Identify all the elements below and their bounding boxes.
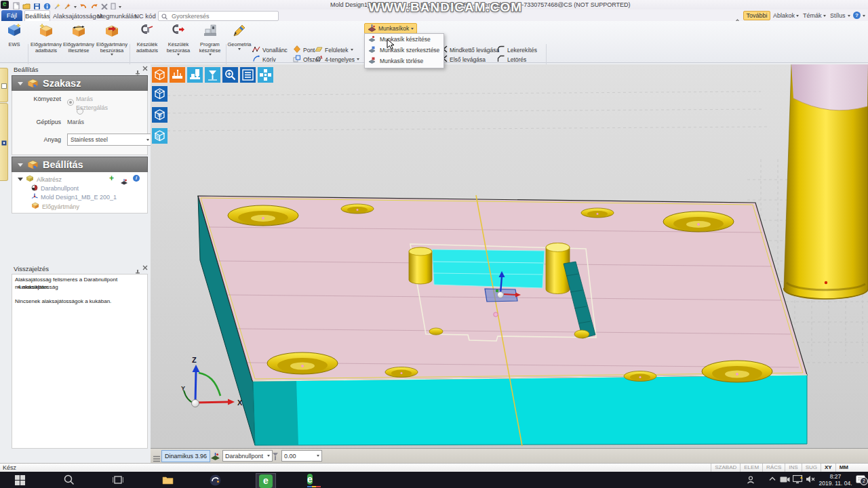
tree-expander-icon[interactable] (18, 178, 23, 181)
tab-beallitas[interactable]: Beállítás (24, 10, 50, 22)
shaded-cube-icon[interactable] (152, 86, 167, 104)
stock-model[interactable] (198, 195, 807, 446)
tray-display-warning-icon[interactable] (793, 475, 803, 484)
hole-feature[interactable] (581, 208, 614, 218)
status-elem[interactable]: ELEM (740, 464, 762, 472)
ribbon-button-keszulek-adatbazis[interactable]: Készülék adatbázis (132, 23, 163, 54)
machine-bed-icon[interactable] (170, 67, 185, 85)
ribbon-button-letores[interactable]: Letörés (497, 55, 526, 64)
status-sug[interactable]: SUG (802, 464, 821, 472)
status-ins[interactable]: INS (785, 464, 801, 472)
more-button[interactable]: További (743, 11, 770, 20)
task-view-icon[interactable] (113, 475, 123, 485)
side-tab-alaksajatossagok[interactable]: Alaksajátosságok (0, 103, 8, 181)
tray-camera-icon[interactable] (780, 476, 790, 483)
cutting-tool-icon[interactable] (205, 67, 220, 85)
iso-cube-icon[interactable] (152, 67, 167, 85)
ribbon-button-keszulek-beszurasa[interactable]: Készülék beszúrása (163, 23, 194, 56)
tab-megmunkalas[interactable]: Megmunkálás (97, 12, 137, 20)
qat-caret2-icon[interactable] (119, 6, 121, 8)
status-racs[interactable]: RÁCS (762, 464, 785, 472)
tab-alaksajatossagok[interactable]: Alaksajátosságok (53, 12, 103, 20)
ribbon-button-mindketto-levagasa[interactable]: Mindkettő levágása (439, 45, 499, 54)
workplane-select[interactable]: Darabnullpont (222, 450, 273, 462)
start-button-icon[interactable] (15, 475, 25, 485)
edgecam-launcher[interactable]: e (307, 473, 321, 487)
ribbon-button-elogyartmany-adatbazis[interactable]: Előgyártmány adatbázis (30, 23, 62, 54)
menu-item-munkasik-torlese[interactable]: Munkasík törlése (365, 56, 443, 66)
tool-cylinder[interactable] (784, 64, 868, 299)
tree-item-mold-design[interactable]: Mold Design1_MB_E 200_1 (31, 193, 117, 201)
hole-feature[interactable] (702, 361, 772, 382)
side-tab-foliak[interactable]: Fóliák (0, 68, 8, 102)
material-select[interactable]: Stainless steel (67, 134, 153, 146)
bandicam-icon[interactable] (210, 474, 221, 486)
ribbon-button-elogyartmany-illesztese[interactable]: Előgyártmány illesztése (62, 23, 95, 54)
themes-menu[interactable]: Témák (803, 12, 822, 19)
ribbon-button-munkasikok[interactable]: Munkasíkok (364, 23, 417, 34)
dynamic-mode-indicator[interactable]: Dinamikus 3.96 (161, 450, 210, 462)
status-szabad[interactable]: SZABAD (711, 464, 740, 472)
close-panel-icon[interactable] (142, 66, 148, 73)
beallitas-section-header[interactable]: Beállítás (12, 157, 148, 174)
milling-machine-icon[interactable] (187, 67, 203, 85)
hole-feature[interactable] (267, 352, 338, 374)
tab-nc-kod[interactable]: NC kód (134, 12, 156, 20)
info-circle-icon[interactable]: i (133, 175, 140, 182)
ribbon-button-lekerekites[interactable]: Lekerekítés (497, 45, 537, 54)
action-center-icon[interactable]: 2 (856, 474, 865, 483)
wire-cube-icon[interactable] (152, 107, 167, 125)
tray-speaker-muted-icon[interactable] (806, 475, 815, 483)
status-xy[interactable]: XY (821, 464, 835, 472)
ribbon-button-geometria[interactable]: Geometria (228, 23, 251, 50)
search-box[interactable] (158, 11, 279, 21)
pocket-slot[interactable] (432, 249, 545, 288)
zoom-plus-icon[interactable] (222, 67, 238, 85)
hole-feature[interactable] (385, 367, 418, 378)
menu-item-munkasik-szerkesztese[interactable]: Munkasík szerkesztése (365, 45, 443, 56)
hole-feature[interactable] (663, 211, 734, 232)
edgecam-taskbar-active[interactable]: e (256, 473, 276, 488)
color-strip (307, 486, 312, 487)
style-menu[interactable]: Stílus (830, 12, 846, 19)
tab-file[interactable]: Fájl (1, 10, 22, 21)
tree-item-alkatresz[interactable]: Alkatrész (18, 175, 62, 184)
close-panel-icon[interactable] (142, 265, 148, 272)
model-front-face[interactable] (253, 375, 807, 445)
ribbon-button-koriv[interactable]: Körív (252, 55, 276, 64)
plus-pad-icon[interactable] (258, 67, 273, 85)
tree-item-elogyartmany[interactable]: Előgyártmány (31, 202, 79, 211)
ribbon-button-elso-levagasa[interactable]: Első levágása (439, 55, 486, 64)
status-mm[interactable]: MM (835, 464, 852, 472)
taskbar-search-icon[interactable] (64, 474, 75, 485)
windows-menu[interactable]: Ablakok (773, 12, 795, 19)
tray-people-icon[interactable] (746, 475, 755, 485)
search-input[interactable] (170, 12, 275, 20)
workplane-mini-icon (210, 451, 220, 464)
ribbon-button-vonallanc[interactable]: Vonallánc (252, 45, 288, 54)
feature-list-icon[interactable] (240, 67, 256, 85)
ribbon-button-elogyartmany-beszurasa[interactable]: Előgyártmány beszúrása (95, 23, 129, 56)
ribbon-button-4-tengelyes[interactable]: 4-tengelyes (315, 55, 359, 64)
qat-caret-icon[interactable] (74, 6, 77, 8)
ribbon-button-feluletek[interactable]: Felületek (315, 45, 353, 54)
szakasz-section-header[interactable]: Szakasz (12, 75, 148, 92)
menu-item-munkasik-keszitese[interactable]: Munkasík készítése (365, 34, 443, 45)
taskbar-clock[interactable]: 8:27 2019. 11. 04. (816, 473, 854, 487)
tree-item-darabnullpont[interactable]: Darabnullpont (31, 184, 79, 192)
add-icon[interactable]: + (109, 175, 114, 182)
fillet-icon (497, 45, 505, 54)
hole-feature[interactable] (624, 371, 656, 382)
hatched-cube-icon[interactable] (152, 128, 167, 146)
hole-feature[interactable] (228, 205, 298, 226)
z-level-select[interactable]: 0.00 (281, 450, 322, 462)
tray-chevron-icon[interactable] (769, 476, 776, 481)
ribbon-button-pont[interactable]: Pont (293, 45, 315, 54)
workplane-small-icon[interactable] (120, 176, 128, 188)
hole-feature[interactable] (341, 204, 374, 214)
viewport-canvas[interactable]: Z X Y (151, 64, 868, 463)
file-explorer-icon[interactable] (162, 475, 174, 485)
help-icon[interactable]: ? (853, 12, 861, 19)
ribbon-button-program-keszitese[interactable]: Program készítése (195, 23, 225, 56)
ribbon-button-ews[interactable]: EWS (1, 23, 27, 48)
